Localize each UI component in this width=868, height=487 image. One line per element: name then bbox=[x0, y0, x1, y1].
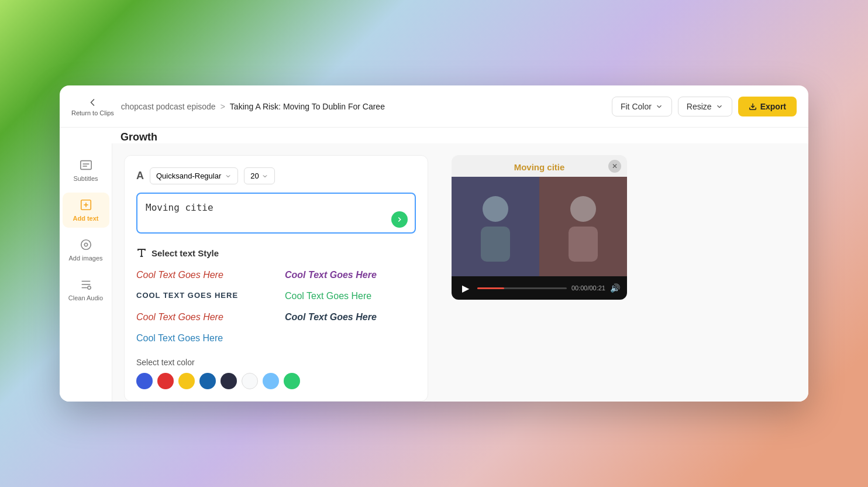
svg-point-7 bbox=[81, 240, 91, 250]
style-options-grid: Cool Text Goes Here Cool Text Goes Here … bbox=[136, 267, 416, 346]
color-swatch-dark[interactable] bbox=[221, 373, 237, 389]
font-size-selector[interactable]: 20 bbox=[244, 167, 274, 184]
volume-button[interactable]: 🔊 bbox=[610, 283, 620, 293]
breadcrumb: chopcast podcast episode > Taking A Risk… bbox=[121, 102, 605, 111]
resize-label: Resize bbox=[687, 102, 712, 111]
fit-color-label: Fit Color bbox=[621, 102, 652, 111]
video-controls: ▶ 00:00/00:21 🔊 bbox=[452, 276, 627, 300]
svg-rect-18 bbox=[569, 227, 598, 262]
svg-point-8 bbox=[84, 243, 88, 246]
font-size-value: 20 bbox=[250, 172, 259, 180]
sidebar-clean-audio-label: Clean Audio bbox=[68, 294, 103, 301]
text-input-field[interactable] bbox=[136, 193, 416, 234]
fit-color-button[interactable]: Fit Color bbox=[612, 97, 672, 116]
color-swatches bbox=[136, 373, 416, 389]
style-option-4[interactable]: Cool Text Goes Here bbox=[285, 289, 416, 304]
breadcrumb-separator: > bbox=[221, 102, 225, 111]
font-family-selector[interactable]: Quicksand-Regular bbox=[150, 167, 238, 184]
style-option-7[interactable]: Cool Text Goes Here bbox=[136, 331, 267, 346]
breadcrumb-title: Taking A Risk: Moving To Dublin For Care… bbox=[230, 102, 385, 111]
color-swatch-red[interactable] bbox=[157, 373, 174, 389]
video-timeline[interactable] bbox=[477, 287, 567, 289]
svg-rect-1 bbox=[80, 161, 91, 170]
page-subtitle: Growth bbox=[120, 131, 157, 143]
sidebar-item-subtitles[interactable]: Subtitles bbox=[63, 153, 109, 188]
sidebar-item-clean-audio[interactable]: Clean Audio bbox=[63, 272, 109, 307]
preview-container: ✕ Moving citie bbox=[452, 155, 627, 300]
color-swatch-green[interactable] bbox=[284, 373, 300, 389]
main-content: Subtitles Add text Add images bbox=[60, 143, 808, 402]
svg-point-12 bbox=[87, 286, 91, 290]
font-family-value: Quicksand-Regular bbox=[156, 172, 221, 180]
text-format-icon: A bbox=[136, 170, 144, 182]
close-preview-button[interactable]: ✕ bbox=[608, 160, 621, 173]
back-label: Return to Clips bbox=[71, 109, 114, 116]
sidebar: Subtitles Add text Add images bbox=[60, 143, 112, 402]
export-label: Export bbox=[760, 102, 786, 111]
style-option-6[interactable]: Cool Text Goes Here bbox=[285, 310, 416, 325]
sidebar-subtitles-label: Subtitles bbox=[73, 175, 98, 182]
back-button[interactable]: Return to Clips bbox=[71, 97, 114, 116]
header-actions: Fit Color Resize Export bbox=[612, 97, 797, 116]
svg-point-17 bbox=[570, 196, 596, 222]
timeline-progress bbox=[477, 287, 504, 289]
font-controls: A Quicksand-Regular 20 bbox=[136, 167, 416, 184]
style-option-2[interactable]: Cool Text Goes Here bbox=[285, 267, 416, 283]
svg-rect-16 bbox=[481, 227, 510, 262]
preview-panel: ✕ Moving citie bbox=[440, 155, 627, 300]
style-option-3[interactable]: COOL TEXT GOES HERE bbox=[136, 289, 267, 304]
cursor-icon bbox=[391, 211, 408, 228]
resize-button[interactable]: Resize bbox=[678, 97, 732, 116]
style-option-1[interactable]: Cool Text Goes Here bbox=[136, 267, 267, 283]
video-person-2 bbox=[539, 177, 627, 276]
sidebar-item-add-text[interactable]: Add text bbox=[63, 193, 109, 228]
cursor-indicator bbox=[391, 211, 408, 228]
app-header: Return to Clips chopcast podcast episode… bbox=[60, 85, 808, 128]
video-frame bbox=[452, 177, 627, 276]
play-button[interactable]: ▶ bbox=[459, 281, 473, 295]
preview-label: Moving citie bbox=[452, 155, 627, 177]
color-swatch-yellow[interactable] bbox=[178, 373, 195, 389]
svg-point-15 bbox=[483, 196, 508, 222]
sidebar-add-images-label: Add images bbox=[68, 255, 102, 262]
video-person-1 bbox=[452, 177, 539, 276]
color-swatch-light-blue[interactable] bbox=[263, 373, 279, 389]
sidebar-add-text-label: Add text bbox=[73, 215, 99, 222]
color-swatch-blue[interactable] bbox=[136, 373, 153, 389]
style-option-5[interactable]: Cool Text Goes Here bbox=[136, 310, 267, 325]
text-editor-panel: A Quicksand-Regular 20 bbox=[124, 155, 428, 402]
color-swatch-white[interactable] bbox=[242, 373, 258, 389]
style-selector-header: Select text Style bbox=[136, 248, 416, 258]
color-section-label: Select text color bbox=[136, 358, 416, 367]
export-button[interactable]: Export bbox=[738, 97, 797, 116]
breadcrumb-project: chopcast podcast episode bbox=[121, 102, 216, 111]
editor-content: A Quicksand-Regular 20 bbox=[112, 143, 808, 402]
time-display: 00:00/00:21 bbox=[571, 284, 605, 291]
text-input-wrapper bbox=[136, 193, 416, 236]
style-selector-label: Select text Style bbox=[151, 248, 219, 258]
color-swatch-dark-blue[interactable] bbox=[199, 373, 216, 389]
sidebar-item-add-images[interactable]: Add images bbox=[63, 232, 109, 267]
